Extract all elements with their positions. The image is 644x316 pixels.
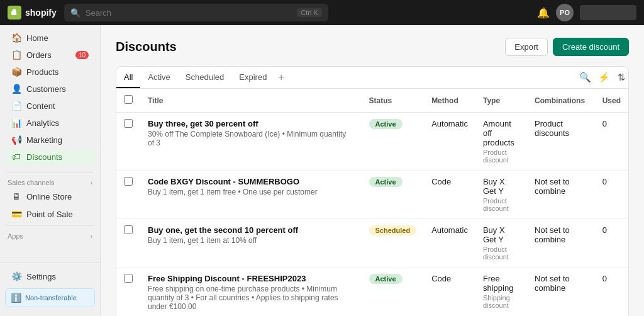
add-tab-button[interactable]: + [274,67,287,88]
shopify-logo-icon [8,6,21,20]
discount-title[interactable]: Code BXGY Discount - SUMMERBOGO [148,177,354,186]
create-discount-button[interactable]: Create discount [553,38,629,56]
sales-channels-label: Sales channels › [0,175,100,188]
sidebar-item-online-store[interactable]: 🖥 Online Store [4,188,96,205]
account-selector[interactable] [580,5,636,20]
tab-all[interactable]: All [116,67,140,88]
sidebar: 🏠 Home 📋 Orders 10 📦 Products 👤 Customer… [0,25,101,316]
row-type-cell: Buy X Get Y Product discount [475,219,527,268]
settings-icon: ⚙️ [11,271,21,281]
discount-desc: Buy 1 item, get 1 item free • One use pe… [148,188,354,196]
status-badge: Active [369,119,402,129]
logo: shopify [8,6,57,20]
row-used-cell: 0 [595,219,628,268]
status-badge: Active [369,177,402,187]
sidebar-item-point-of-sale[interactable]: 💳 Point of Sale [4,206,96,222]
topbar-right: 🔔 PO [537,4,636,21]
sidebar-label-orders: Orders [26,50,52,60]
row-checkbox[interactable] [124,177,133,186]
type-label: Buy X Get Y [483,225,519,244]
sidebar-item-orders[interactable]: 📋 Orders 10 [4,47,96,63]
discount-desc: Free shipping on one-time purchase produ… [148,285,354,311]
discount-desc: 30% off The Complete Snowboard (Ice) • M… [148,130,354,147]
row-method-cell: Automatic [424,219,475,268]
content-icon: 📄 [11,101,21,111]
tab-scheduled[interactable]: Scheduled [178,67,231,88]
sidebar-item-analytics[interactable]: 📊 Analytics [4,115,96,131]
nontransferable-label: Non-transferable [25,294,77,302]
search-input[interactable] [86,8,292,18]
products-icon: 📦 [11,67,21,77]
row-checkbox[interactable] [124,225,133,234]
orders-icon: 📋 [11,50,21,60]
sidebar-label-customers: Customers [26,84,66,94]
sidebar-label-marketing: Marketing [26,135,62,145]
type-label: Buy X Get Y [483,177,519,196]
sidebar-main-nav: 🏠 Home 📋 Orders 10 📦 Products 👤 Customer… [0,25,100,169]
online-store-icon: 🖥 [11,191,21,201]
filter-table-button[interactable]: ⚡ [596,69,613,86]
search-table-button[interactable]: 🔍 [577,69,594,86]
sidebar-item-discounts[interactable]: 🏷 Discounts [4,149,96,165]
discount-title[interactable]: Buy three, get 30 percent off [148,119,354,128]
sidebar-label-home: Home [26,33,48,43]
type-label: Amount off products [483,119,519,147]
select-all-checkbox[interactable] [124,95,133,104]
row-combinations-cell: Not set to combine [527,171,595,219]
col-combinations: Combinations [527,89,595,113]
row-title-cell: Free Shipping Discount - FREESHIP2023 Fr… [140,268,362,317]
sidebar-item-content[interactable]: 📄 Content [4,98,96,114]
row-checkbox[interactable] [124,274,133,283]
sidebar-item-settings[interactable]: ⚙️ Settings [4,268,96,285]
export-button[interactable]: Export [505,38,548,56]
table-row: Code BXGY Discount - SUMMERBOGO Buy 1 it… [116,171,628,219]
topbar: shopify 🔍 Ctrl K 🔔 PO [0,0,644,25]
search-icon: 🔍 [70,8,80,18]
discount-title[interactable]: Free Shipping Discount - FREESHIP2023 [148,274,354,283]
main-content: Discounts Export Create discount All Act… [101,25,644,316]
sidebar-item-products[interactable]: 📦 Products [4,64,96,80]
row-method-cell: Automatic [424,113,475,171]
sidebar-divider-1 [6,172,94,172]
col-used: Used [595,89,628,113]
apps-arrow-icon[interactable]: › [91,233,92,240]
discount-title[interactable]: Buy one, get the second 10 percent off [148,225,354,235]
row-checkbox[interactable] [124,119,133,128]
type-sub-label: Product discount [483,149,519,164]
row-checkbox-cell [116,171,140,219]
search-shortcut: Ctrl K [297,8,322,17]
page-title: Discounts [116,40,505,54]
sidebar-item-home[interactable]: 🏠 Home [4,30,96,46]
status-badge: Scheduled [369,225,417,235]
table-header-row: Title Status Method Type Combinations Us… [116,89,628,113]
discounts-tabs: All Active Scheduled Expired + 🔍 ⚡ ⇅ [116,67,628,89]
col-type: Type [475,89,527,113]
row-combinations-cell: Product discounts [527,113,595,171]
sidebar-label-content: Content [26,101,55,111]
sort-table-button[interactable]: ⇅ [615,69,628,86]
avatar[interactable]: PO [556,4,574,21]
apps-label: Apps › [0,229,100,241]
sidebar-label-discounts: Discounts [26,152,62,162]
tab-active[interactable]: Active [140,67,177,88]
row-status-cell: Active [362,268,425,317]
discounts-table-container: All Active Scheduled Expired + 🔍 ⚡ ⇅ [116,66,629,316]
page-header: Discounts Export Create discount [116,38,629,56]
sidebar-item-marketing[interactable]: 📢 Marketing [4,132,96,148]
sidebar-label-online-store: Online Store [26,192,72,201]
select-all-col [116,89,140,113]
row-status-cell: Active [362,113,425,171]
row-checkbox-cell [116,268,140,317]
type-sub-label: Shipping discount [483,294,519,309]
search-bar[interactable]: 🔍 Ctrl K [64,4,328,21]
info-icon: ℹ️ [11,293,21,303]
sidebar-label-settings: Settings [26,272,56,281]
sidebar-item-customers[interactable]: 👤 Customers [4,81,96,97]
notification-bell-icon[interactable]: 🔔 [537,7,550,19]
tab-expired[interactable]: Expired [231,67,274,88]
logo-text: shopify [25,8,57,18]
discounts-table: Title Status Method Type Combinations Us… [116,89,628,316]
row-combinations-cell: Not set to combine [527,268,595,317]
nontransferable-banner: ℹ️ Non-transferable [5,288,95,307]
sales-channels-arrow-icon[interactable]: › [91,179,92,186]
